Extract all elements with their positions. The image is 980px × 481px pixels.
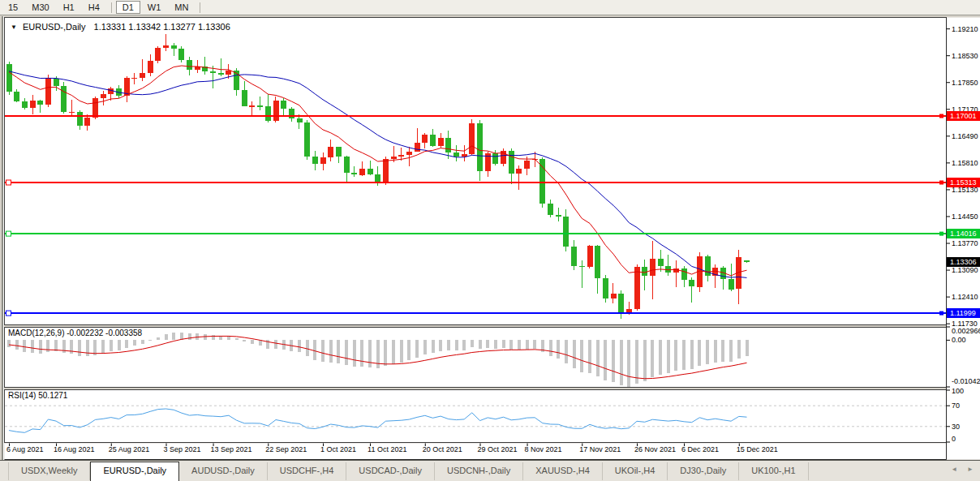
timeframe-button-h1[interactable]: H1: [57, 1, 81, 14]
tab-usdx-weekly[interactable]: USDX,Weekly: [8, 462, 90, 480]
tab-dj30-daily[interactable]: DJ30-,Daily: [668, 462, 739, 480]
tab-audusd-daily[interactable]: AUDUSD-,Daily: [179, 462, 268, 480]
chart-tab-bar: USDX,WeeklyEURUSD-,DailyAUDUSD-,DailyUSD…: [0, 460, 980, 481]
tab-usdcnh-daily[interactable]: USDCNH-,Daily: [435, 462, 523, 480]
chart-symbol-label: EURUSD-,Daily: [23, 22, 86, 32]
level-line-handle[interactable]: [939, 232, 943, 236]
tab-scroll-right-arrow[interactable]: ►: [967, 466, 974, 473]
tab-xauusd-h4[interactable]: XAUUSD-,H4: [523, 462, 603, 480]
level-line-handle[interactable]: [6, 311, 11, 316]
timeframe-button-15[interactable]: 15: [2, 1, 24, 14]
tab-uk100-h1[interactable]: UK100-,H1: [739, 462, 808, 480]
tab-scroll-controls: ◄ ►: [951, 466, 974, 473]
terminal-window: 15M30H1H4D1W1MN ▼EURUSD-,Daily1.13331 1.…: [0, 0, 980, 481]
timeframe-button-m30[interactable]: M30: [25, 1, 55, 14]
chart-title-dropdown-arrow[interactable]: ▼: [11, 24, 17, 31]
toolbar-separator: [200, 2, 200, 13]
timeframe-button-w1[interactable]: W1: [141, 1, 168, 14]
level-line-handle[interactable]: [6, 231, 11, 236]
rsi-indicator-label: RSI(14) 50.1271: [8, 391, 67, 400]
level-line-handle[interactable]: [939, 311, 943, 316]
tab-usdchf-h4[interactable]: USDCHF-,H4: [268, 462, 347, 480]
toolbar-separator: [111, 2, 112, 13]
level-line-handle[interactable]: [6, 180, 11, 185]
tab-eurusd-daily[interactable]: EURUSD-,Daily: [90, 462, 179, 481]
chart-ohlc-values: 1.13331 1.13342 1.13277 1.13306: [94, 22, 230, 32]
tab-usdcad-daily[interactable]: USDCAD-,Daily: [346, 462, 435, 480]
chart-title: ▼EURUSD-,Daily1.13331 1.13342 1.13277 1.…: [11, 22, 230, 32]
tab-ukoil-h4[interactable]: UKOil-,H4: [603, 462, 668, 480]
macd-indicator-label: MACD(12,26,9) -0.002232 -0.003358: [8, 329, 142, 337]
level-line-handle[interactable]: [939, 114, 943, 118]
timeframe-button-mn[interactable]: MN: [168, 1, 195, 14]
timeframe-button-h4[interactable]: H4: [82, 1, 106, 14]
timeframe-button-d1[interactable]: D1: [116, 1, 140, 14]
level-line-handle[interactable]: [939, 181, 943, 185]
tab-scroll-left-arrow[interactable]: ◄: [951, 466, 957, 473]
timeframe-toolbar: 15M30H1H4D1W1MN: [0, 0, 980, 15]
chart-canvas[interactable]: [0, 0, 980, 481]
